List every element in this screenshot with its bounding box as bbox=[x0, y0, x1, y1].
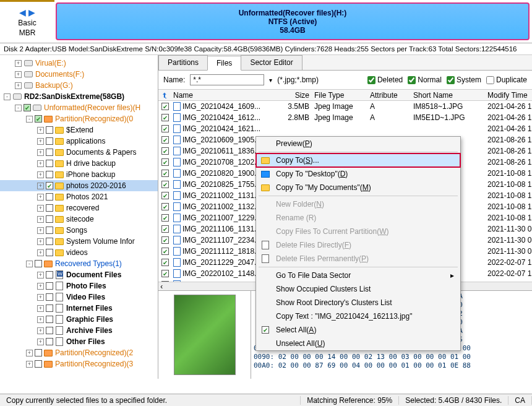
tree-item[interactable]: +Partition(Recognized)(3 bbox=[0, 358, 158, 369]
expand-icon[interactable]: + bbox=[37, 205, 44, 212]
checkbox-icon[interactable]: ✔ bbox=[161, 225, 169, 233]
expand-icon[interactable]: + bbox=[15, 82, 22, 89]
checkbox-icon[interactable]: ✔ bbox=[46, 182, 53, 189]
tree-item[interactable]: -✔Partition(Recognized)(0 bbox=[0, 113, 158, 124]
expand-icon[interactable]: + bbox=[37, 283, 44, 290]
checkbox-icon[interactable] bbox=[46, 271, 53, 279]
col-type[interactable]: File Type bbox=[314, 91, 370, 100]
col-size[interactable]: Size bbox=[277, 91, 314, 100]
tree-item[interactable]: -✔Unformatted(Recover files)(H bbox=[0, 102, 158, 113]
expand-icon[interactable]: + bbox=[37, 339, 44, 345]
checkbox-icon[interactable] bbox=[46, 193, 53, 201]
tree-item[interactable]: +System Volume Infor bbox=[0, 236, 158, 247]
checkbox-icon[interactable] bbox=[46, 204, 53, 212]
menu-item[interactable]: Preview(P) bbox=[256, 137, 460, 150]
tab-partitions[interactable]: Partitions bbox=[158, 55, 208, 70]
col-attr[interactable]: Attribute bbox=[370, 91, 413, 100]
expand-icon[interactable]: + bbox=[37, 327, 44, 334]
tree-item[interactable]: +Video Files bbox=[0, 292, 158, 303]
menu-item[interactable]: Copy To(S)... bbox=[256, 153, 460, 167]
checkbox-icon[interactable]: ✔ bbox=[161, 248, 169, 255]
expand-icon[interactable]: + bbox=[15, 60, 22, 67]
checkbox-icon[interactable] bbox=[46, 238, 53, 245]
menu-item[interactable]: Copy To "My Documents"(M) bbox=[256, 181, 460, 194]
menu-item[interactable]: Unselect All(U) bbox=[256, 337, 460, 350]
filter-deleted[interactable]: Deleted bbox=[367, 76, 403, 84]
tree-item[interactable]: +Document Files bbox=[0, 269, 158, 280]
checkbox-icon[interactable]: ✔ bbox=[161, 259, 169, 266]
menu-item[interactable]: Show Occupied Clusters List bbox=[256, 282, 460, 296]
checkbox-icon[interactable] bbox=[46, 137, 53, 145]
filter-system[interactable]: System bbox=[447, 76, 481, 84]
filter-normal[interactable]: Normal bbox=[408, 76, 442, 84]
file-row[interactable]: ✔IMG_20210424_1612...2.8MBJpeg ImageAIM5… bbox=[158, 112, 532, 123]
expand-icon[interactable]: + bbox=[15, 71, 22, 78]
checkbox-icon[interactable] bbox=[46, 304, 53, 312]
menu-item[interactable]: Go To File Data Sector▸ bbox=[256, 269, 460, 282]
expand-icon[interactable]: - bbox=[26, 261, 33, 267]
expand-icon[interactable]: + bbox=[37, 194, 44, 201]
tree-item[interactable]: +Photos 2021 bbox=[0, 191, 158, 202]
tree-item[interactable]: +Graphic Files bbox=[0, 314, 158, 325]
col-name[interactable]: Name bbox=[172, 91, 277, 100]
tree-item[interactable]: +videos bbox=[0, 247, 158, 258]
checkbox-icon[interactable]: ✔ bbox=[161, 158, 169, 166]
expand-icon[interactable]: + bbox=[37, 216, 44, 223]
checkbox-icon[interactable] bbox=[46, 293, 53, 301]
expand-icon[interactable]: + bbox=[37, 183, 44, 189]
menu-item[interactable]: Copy To "Desktop"(D) bbox=[256, 167, 460, 181]
checkbox-icon[interactable]: ✔ bbox=[161, 270, 169, 277]
checkbox-icon[interactable]: ✔ bbox=[161, 203, 169, 210]
checkbox-icon[interactable]: ✔ bbox=[161, 125, 169, 132]
checkbox-icon[interactable]: ✔ bbox=[161, 136, 169, 144]
checkbox-icon[interactable]: ✔ bbox=[161, 214, 169, 222]
checkbox-icon[interactable] bbox=[35, 360, 42, 368]
expand-icon[interactable]: - bbox=[4, 93, 11, 100]
tab-files[interactable]: Files bbox=[207, 56, 241, 71]
tree-item[interactable]: +applications bbox=[0, 136, 158, 147]
expand-icon[interactable]: + bbox=[37, 249, 44, 256]
expand-icon[interactable]: + bbox=[37, 160, 44, 167]
file-row[interactable]: ✔IMG_20210424_1609...3.5MBJpeg ImageAIM8… bbox=[158, 101, 532, 112]
expand-icon[interactable]: + bbox=[37, 138, 44, 145]
expand-icon[interactable]: + bbox=[37, 227, 44, 234]
up-icon[interactable]: ⮬ bbox=[161, 91, 169, 100]
tab-sector-editor[interactable]: Sector Editor bbox=[241, 55, 302, 70]
tree-item[interactable]: +$Extend bbox=[0, 124, 158, 136]
col-mt[interactable]: Modify Time bbox=[487, 91, 532, 100]
expand-icon[interactable]: + bbox=[37, 272, 44, 279]
menu-item[interactable]: Copy Text : "IMG_20210424_162113.jpg" bbox=[256, 309, 460, 323]
tree-item[interactable]: +Internet Files bbox=[0, 303, 158, 314]
checkbox-icon[interactable] bbox=[35, 349, 42, 356]
filter-duplicate[interactable]: Duplicate bbox=[486, 76, 527, 84]
tree-item[interactable]: +Backup(G:) bbox=[0, 80, 158, 91]
checkbox-icon[interactable]: ✔ bbox=[161, 192, 169, 199]
tree-item[interactable]: +Documents & Papers bbox=[0, 147, 158, 158]
checkbox-icon[interactable]: ✔ bbox=[161, 236, 169, 244]
tree-item[interactable]: +Photo Files bbox=[0, 280, 158, 292]
checkbox-icon[interactable] bbox=[46, 227, 53, 234]
filter-pattern-input[interactable] bbox=[190, 74, 264, 85]
expand-icon[interactable]: + bbox=[37, 171, 44, 178]
tree-item[interactable]: +Songs bbox=[0, 225, 158, 236]
checkbox-icon[interactable] bbox=[46, 149, 53, 156]
checkbox-icon[interactable]: ✔ bbox=[161, 181, 169, 188]
expand-icon[interactable]: + bbox=[37, 294, 44, 301]
checkbox-icon[interactable] bbox=[46, 171, 53, 178]
tree-item[interactable]: +Archive Files bbox=[0, 325, 158, 336]
expand-icon[interactable]: + bbox=[37, 316, 44, 323]
file-row[interactable]: ✔IMG_20210424_1621...2021-04-26 1 bbox=[158, 123, 532, 134]
expand-icon[interactable]: - bbox=[15, 105, 22, 111]
checkbox-icon[interactable] bbox=[35, 260, 42, 267]
expand-icon[interactable]: + bbox=[37, 238, 44, 245]
tree-item[interactable]: +✔photos 2020-2016 bbox=[0, 180, 158, 191]
checkbox-icon[interactable] bbox=[46, 327, 53, 334]
checkbox-icon[interactable]: ✔ bbox=[35, 115, 42, 123]
checkbox-icon[interactable] bbox=[46, 282, 53, 290]
expand-icon[interactable]: - bbox=[26, 116, 33, 123]
tree-item[interactable]: +Virual(E:) bbox=[0, 58, 158, 69]
checkbox-icon[interactable]: ✔ bbox=[161, 114, 169, 121]
tree-item[interactable]: +Partition(Recognized)(2 bbox=[0, 347, 158, 358]
checkbox-icon[interactable] bbox=[46, 126, 53, 134]
checkbox-icon[interactable] bbox=[46, 316, 53, 323]
